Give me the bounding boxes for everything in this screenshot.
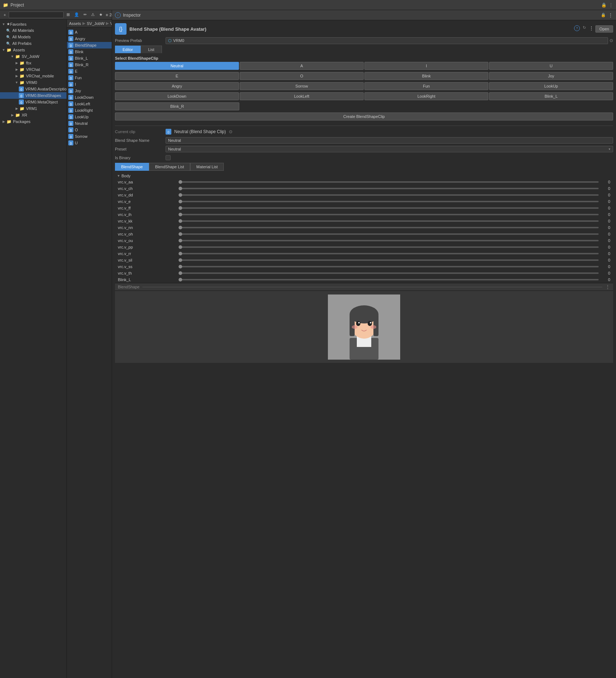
clip-btn-I[interactable]: I xyxy=(364,62,488,70)
clip-btn-Joy[interactable]: Joy xyxy=(489,72,613,80)
clip-btn-U[interactable]: U xyxy=(489,62,613,70)
grid-view-button[interactable]: ⊞ xyxy=(65,12,71,18)
sidebar-item-vrm1[interactable]: ▶ 📁 VRM1 xyxy=(0,105,67,112)
asset-item-Blink-L[interactable]: {} Blink_L xyxy=(67,55,112,62)
person-icon-button[interactable]: 👤 xyxy=(73,12,81,18)
slider-thumb[interactable] xyxy=(179,232,182,236)
slider-thumb[interactable] xyxy=(179,206,182,210)
assets-section[interactable]: ▼ 📁 Assets xyxy=(0,47,67,53)
slider-track[interactable] xyxy=(179,233,599,235)
asset-item-LookRight[interactable]: {} LookRight xyxy=(67,107,112,114)
clip-btn-O[interactable]: O xyxy=(240,72,364,80)
asset-item-Angry[interactable]: {} Angry xyxy=(67,35,112,42)
slider-track[interactable] xyxy=(179,194,599,196)
breadcrumb-assets[interactable]: Assets xyxy=(69,21,81,26)
asset-item-E[interactable]: {} E xyxy=(67,68,112,75)
blend-shape-name-input[interactable] xyxy=(166,137,613,144)
sidebar-item-vrm0[interactable]: ▼ 📁 VRM0 xyxy=(0,79,67,86)
brush-icon-button[interactable]: ✏ xyxy=(82,12,88,18)
body-section-header[interactable]: ▼ Body xyxy=(115,173,613,179)
clip-btn-LookRight[interactable]: LookRight xyxy=(364,92,488,100)
slider-track[interactable] xyxy=(179,272,599,274)
sub-tab-material-list[interactable]: Material List xyxy=(190,163,224,171)
warning-icon-button[interactable]: ⚠ xyxy=(90,12,96,18)
slider-track[interactable] xyxy=(179,253,599,254)
packages-section[interactable]: ▶ 📁 Packages xyxy=(0,118,67,125)
top-bar-dots-icon[interactable]: ⋮ xyxy=(609,3,613,8)
lock-icon[interactable]: 🔒 xyxy=(601,13,606,17)
asset-item-O[interactable]: {} O xyxy=(67,127,112,133)
slider-track[interactable] xyxy=(179,227,599,228)
slider-track[interactable] xyxy=(179,214,599,215)
tab-list[interactable]: List xyxy=(141,46,162,53)
asset-item-Fun[interactable]: {} Fun xyxy=(67,75,112,81)
asset-item-LookUp[interactable]: {} LookUp xyxy=(67,114,112,120)
reload-icon[interactable]: ↻ xyxy=(583,25,586,33)
breadcrumb-vrm0[interactable]: VRM0 xyxy=(110,21,112,26)
slider-thumb[interactable] xyxy=(179,180,182,184)
slider-track[interactable] xyxy=(179,279,599,280)
slider-thumb[interactable] xyxy=(179,265,182,268)
sidebar-item-vrm0-avatar-desc[interactable]: {} VRM0.AvatarDescription xyxy=(0,86,67,92)
prefab-value[interactable]: ⬡ VRM0 xyxy=(166,37,608,44)
slider-track[interactable] xyxy=(179,240,599,241)
sidebar-item-all-materials[interactable]: 🔍 All Materials xyxy=(0,27,67,34)
asset-item-Blink-R[interactable]: {} Blink_R xyxy=(67,62,112,68)
slider-thumb[interactable] xyxy=(179,193,182,197)
sidebar-item-xr[interactable]: ▶ 📁 XR xyxy=(0,112,67,118)
slider-track[interactable] xyxy=(179,220,599,222)
clip-btn-Neutral[interactable]: Neutral xyxy=(115,62,239,70)
create-clip-button[interactable]: Create BlendShapeClip xyxy=(115,113,613,120)
slider-thumb[interactable] xyxy=(179,200,182,203)
footer-dots-icon[interactable]: ⋮ xyxy=(605,284,610,290)
slider-thumb[interactable] xyxy=(179,258,182,262)
slider-thumb[interactable] xyxy=(179,278,182,281)
asset-item-Sorrow[interactable]: {} Sorrow xyxy=(67,133,112,140)
asset-item-A[interactable]: {} A xyxy=(67,29,112,35)
target-icon[interactable]: ⊙ xyxy=(609,38,613,43)
inspector-tab-label[interactable]: Inspector xyxy=(123,13,141,18)
slider-track[interactable] xyxy=(179,259,599,261)
help-icon[interactable]: ? xyxy=(574,25,580,31)
slider-track[interactable] xyxy=(179,246,599,248)
sidebar-item-all-models[interactable]: 🔍 All Models xyxy=(0,34,67,40)
open-button[interactable]: Open xyxy=(595,25,613,33)
slider-thumb[interactable] xyxy=(179,213,182,216)
slider-thumb[interactable] xyxy=(179,245,182,249)
add-button[interactable]: + xyxy=(2,12,7,18)
preset-select[interactable]: Neutral A I U E O Blink Joy Angry Sorrow… xyxy=(166,146,613,152)
favorites-section[interactable]: ▼ ★ Favorites xyxy=(0,21,67,27)
slider-track[interactable] xyxy=(179,207,599,209)
slider-track[interactable] xyxy=(179,181,599,183)
sidebar-item-vrchat[interactable]: ▶ 📁 VRChat xyxy=(0,66,67,73)
sidebar-item-fbx[interactable]: ▶ 📁 fbx xyxy=(0,60,67,66)
search-input[interactable] xyxy=(9,12,64,18)
sidebar-item-all-prefabs[interactable]: 🔍 All Prefabs xyxy=(0,40,67,47)
asset-item-LookDown[interactable]: {} LookDown xyxy=(67,94,112,101)
clip-btn-LookLeft[interactable]: LookLeft xyxy=(240,92,364,100)
tab-editor[interactable]: Editor xyxy=(115,46,141,53)
asset-item-I[interactable]: {} I xyxy=(67,81,112,88)
current-clip-target-icon[interactable]: ⊙ xyxy=(229,129,232,134)
slider-thumb[interactable] xyxy=(179,226,182,229)
component-dots-icon[interactable]: ⋮ xyxy=(589,25,594,33)
slider-track[interactable] xyxy=(179,266,599,267)
slider-thumb[interactable] xyxy=(179,252,182,255)
asset-item-U[interactable]: {} U xyxy=(67,140,112,146)
asset-item-BlendShape[interactable]: {} BlendShape xyxy=(67,42,112,48)
asset-item-Neutral[interactable]: {} Neutral xyxy=(67,120,112,127)
clip-btn-E[interactable]: E xyxy=(115,72,239,80)
inspector-dots-icon[interactable]: ⋮ xyxy=(608,12,613,18)
sidebar-item-vrm0-meta-object[interactable]: {} VRM0.MetaObject xyxy=(0,99,67,105)
star-icon-button[interactable]: ★ xyxy=(98,12,104,18)
top-bar-lock-icon[interactable]: 🔒 xyxy=(601,3,607,8)
slider-track[interactable] xyxy=(179,201,599,202)
clip-btn-Angry[interactable]: Angry xyxy=(115,82,239,90)
sub-tab-blendshape-list[interactable]: BlendShape List xyxy=(149,163,190,171)
sidebar-item-sv-jobw[interactable]: ▼ 📁 SV_JobW xyxy=(0,53,67,60)
sidebar-item-vrchat-mobile[interactable]: ▶ 📁 VRChat_mobile xyxy=(0,73,67,79)
asset-item-LookLeft[interactable]: {} LookLeft xyxy=(67,101,112,107)
sub-tab-blendshape[interactable]: BlendShape xyxy=(115,163,149,171)
clip-btn-Fun[interactable]: Fun xyxy=(364,82,488,90)
is-binary-checkbox[interactable] xyxy=(166,155,171,160)
